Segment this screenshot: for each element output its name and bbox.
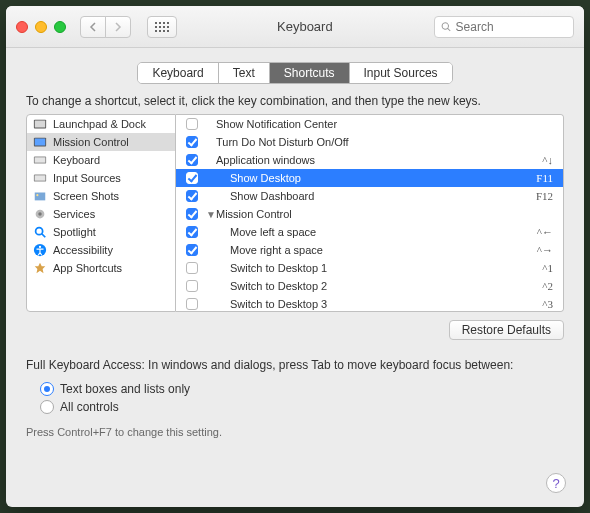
show-all-button[interactable] [147,16,177,38]
shortcut-label: Application windows [216,154,542,166]
shortcut-label: Show Desktop [216,172,536,184]
shortcut-label: Turn Do Not Disturb On/Off [216,136,553,148]
shortcut-row[interactable]: Show Notification Center [176,115,563,133]
shortcut-label: Move left a space [216,226,537,238]
zoom-icon[interactable] [54,21,66,33]
shortcut-row[interactable]: Application windows^↓ [176,151,563,169]
category-screen-shots[interactable]: Screen Shots [27,187,175,205]
disclosure-triangle-icon[interactable]: ▼ [206,209,216,220]
checkbox[interactable] [186,154,198,166]
svg-point-15 [39,246,41,248]
shortcut-list[interactable]: Show Notification CenterTurn Do Not Dist… [176,114,564,312]
checkbox[interactable] [186,244,198,256]
keyboard-icon [33,153,47,167]
category-input-sources[interactable]: Input Sources [27,169,175,187]
appshortcut-icon [33,261,47,275]
traffic-lights [16,21,66,33]
tab-keyboard[interactable]: Keyboard [138,63,218,83]
svg-rect-3 [35,139,46,146]
shortcut-row[interactable]: Switch to Desktop 1^1 [176,259,563,277]
search-field[interactable] [434,16,574,38]
checkbox[interactable] [186,280,198,292]
shortcut-row[interactable]: Move left a space^← [176,223,563,241]
shortcut-row[interactable]: Show DesktopF11 [176,169,563,187]
category-services[interactable]: Services [27,205,175,223]
search-icon [441,21,452,33]
shortcut-label: Move right a space [216,244,537,256]
svg-line-13 [42,234,46,238]
shortcut-key: ^3 [542,298,553,310]
shortcut-row[interactable]: Switch to Desktop 3^3 [176,295,563,312]
mission-icon [33,135,47,149]
category-label: App Shortcuts [53,262,122,274]
category-app-shortcuts[interactable]: App Shortcuts [27,259,175,277]
input-icon [33,171,47,185]
svg-point-12 [36,228,43,235]
search-input[interactable] [456,20,567,34]
category-spotlight[interactable]: Spotlight [27,223,175,241]
shortcut-key: F11 [536,172,553,184]
shortcut-label: Switch to Desktop 3 [216,298,542,310]
keyboard-access-radios: Text boxes and lists onlyAll controls [6,376,584,420]
radio-label: All controls [60,400,119,414]
radio-icon[interactable] [40,382,54,396]
shortcut-key: F12 [536,190,553,202]
category-accessibility[interactable]: Accessibility [27,241,175,259]
category-list[interactable]: Launchpad & DockMission ControlKeyboardI… [26,114,176,312]
radio-icon[interactable] [40,400,54,414]
close-icon[interactable] [16,21,28,33]
window-title: Keyboard [277,19,333,34]
tab-bar: KeyboardTextShortcutsInput Sources [6,48,584,94]
radio-option[interactable]: All controls [40,398,550,416]
shortcut-row[interactable]: Show DashboardF12 [176,187,563,205]
shortcut-row[interactable]: Turn Do Not Disturb On/Off [176,133,563,151]
tab-input-sources[interactable]: Input Sources [350,63,452,83]
category-mission-control[interactable]: Mission Control [27,133,175,151]
shortcut-label: Switch to Desktop 2 [216,280,542,292]
checkbox[interactable] [186,136,198,148]
hint-text: Press Control+F7 to change this setting. [6,420,584,444]
help-button[interactable]: ? [546,473,566,493]
shortcut-key: ^↓ [542,154,553,166]
shortcut-key: ^1 [542,262,553,274]
tab-shortcuts[interactable]: Shortcuts [270,63,350,83]
restore-defaults-button[interactable]: Restore Defaults [449,320,564,340]
checkbox[interactable] [186,298,198,310]
category-label: Spotlight [53,226,96,238]
svg-rect-1 [35,121,46,128]
shortcut-row[interactable]: Move right a space^→ [176,241,563,259]
grid-icon [155,22,169,32]
category-keyboard[interactable]: Keyboard [27,151,175,169]
radio-option[interactable]: Text boxes and lists only [40,380,550,398]
radio-label: Text boxes and lists only [60,382,190,396]
svg-point-9 [36,194,38,196]
category-label: Keyboard [53,154,100,166]
spotlight-icon [33,225,47,239]
back-button[interactable] [80,16,106,38]
svg-point-11 [38,212,42,216]
shortcut-key: ^← [537,226,553,238]
category-label: Accessibility [53,244,113,256]
shortcut-row[interactable]: Switch to Desktop 2^2 [176,277,563,295]
checkbox[interactable] [186,226,198,238]
shortcut-row[interactable]: ▼Mission Control [176,205,563,223]
checkbox[interactable] [186,208,198,220]
shortcut-label: Switch to Desktop 1 [216,262,542,274]
svg-rect-7 [35,175,46,180]
shortcut-key: ^2 [542,280,553,292]
checkbox[interactable] [186,172,198,184]
full-keyboard-access-label: Full Keyboard Access: In windows and dia… [6,340,584,376]
category-launchpad-dock[interactable]: Launchpad & Dock [27,115,175,133]
minimize-icon[interactable] [35,21,47,33]
shortcut-label: Show Notification Center [216,118,553,130]
forward-button[interactable] [105,16,131,38]
tab-text[interactable]: Text [219,63,270,83]
category-label: Services [53,208,95,220]
checkbox[interactable] [186,118,198,130]
checkbox[interactable] [186,190,198,202]
checkbox[interactable] [186,262,198,274]
shortcut-label: Show Dashboard [216,190,536,202]
screenshot-icon [33,189,47,203]
svg-rect-8 [35,193,46,201]
category-label: Input Sources [53,172,121,184]
